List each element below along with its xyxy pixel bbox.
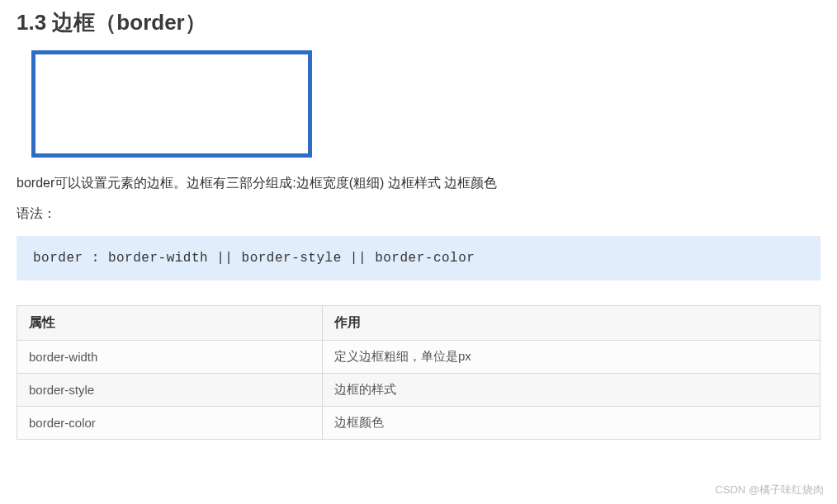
table-header-description: 作用 [323,305,820,340]
table-header-property: 属性 [17,305,323,340]
table-cell-description: 边框颜色 [323,406,820,439]
table-header-row: 属性 作用 [17,305,820,340]
syntax-label: 语法： [17,205,820,223]
table-cell-property: border-width [17,340,323,373]
table-row: border-width 定义边框粗细，单位是px [17,340,820,373]
table-cell-property: border-style [17,373,323,406]
table-row: border-style 边框的样式 [17,373,820,406]
table-cell-description: 边框的样式 [323,373,820,406]
table-row: border-color 边框颜色 [17,406,820,439]
table-cell-property: border-color [17,406,323,439]
description-text: border可以设置元素的边框。边框有三部分组成:边框宽度(粗细) 边框样式 边… [17,172,820,194]
code-block: border : border-width || border-style ||… [17,236,820,280]
section-heading: 1.3 边框（border） [17,8,820,37]
property-table: 属性 作用 border-width 定义边框粗细，单位是px border-s… [17,305,820,440]
table-cell-description: 定义边框粗细，单位是px [323,340,820,373]
border-demo-box [31,50,312,158]
